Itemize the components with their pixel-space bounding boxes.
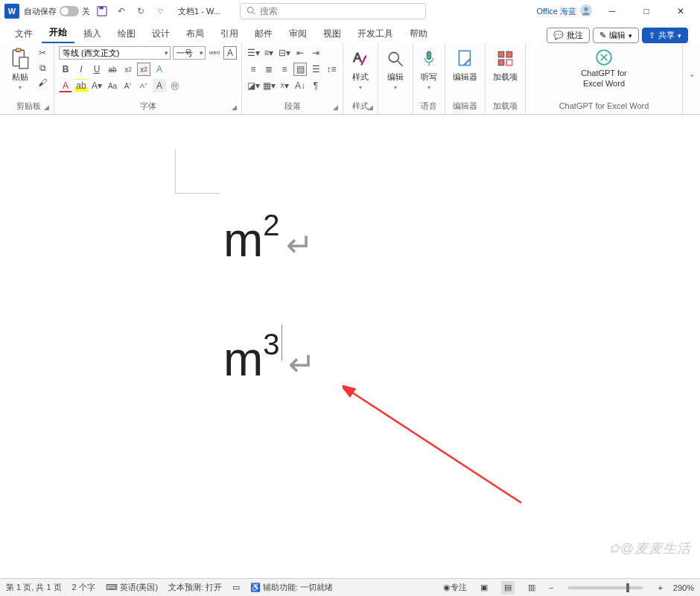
doc-line-2[interactable]: m3↵ — [223, 332, 316, 387]
focus-mode[interactable]: ◉专注 — [443, 582, 467, 593]
align-center-icon[interactable]: ≣ — [262, 63, 276, 76]
find-replace-button[interactable]: 编辑▾ — [383, 46, 408, 92]
styles-button[interactable]: A 样式▾ — [348, 46, 373, 92]
font-launcher-icon[interactable]: ◢ — [232, 102, 237, 112]
doc-line-1[interactable]: m2↵ — [223, 212, 314, 267]
comments-button[interactable]: 💬批注 — [547, 28, 590, 43]
line-spacing-icon[interactable]: ↕≡ — [325, 63, 338, 76]
text-effects-icon[interactable]: A — [153, 63, 166, 76]
numbering-icon[interactable]: ≡▾ — [262, 46, 276, 60]
align-right-icon[interactable]: ≡ — [278, 63, 291, 76]
distribute-icon[interactable]: ☰ — [309, 63, 322, 76]
styles-launcher-icon[interactable]: ◢ — [368, 102, 373, 112]
increase-indent-icon[interactable]: ⇥ — [309, 46, 322, 60]
zoom-level[interactable]: 290% — [673, 583, 694, 592]
minimize-button[interactable]: ─ — [597, 0, 627, 22]
page-count[interactable]: 第 1 页, 共 1 页 — [6, 582, 62, 593]
shading-icon[interactable]: ◪▾ — [246, 79, 260, 92]
svg-point-10 — [389, 52, 398, 62]
svg-rect-7 — [16, 48, 21, 51]
autosave-toggle[interactable]: 自动保存 关 — [24, 6, 90, 17]
undo-icon[interactable]: ↶ — [114, 4, 129, 19]
maximize-button[interactable]: □ — [631, 0, 661, 22]
justify-icon[interactable]: ▤ — [293, 63, 307, 76]
cut-icon[interactable]: ✂ — [36, 46, 49, 60]
tab-view[interactable]: 视图 — [316, 25, 349, 43]
word-count[interactable]: 2 个字 — [72, 582, 95, 593]
change-case-icon[interactable]: Aa — [106, 79, 119, 92]
editing-mode-button[interactable]: ✎编辑▾ — [593, 28, 639, 43]
tab-review[interactable]: 审阅 — [281, 25, 314, 43]
align-left-icon[interactable]: ≡ — [246, 63, 260, 76]
zoom-out-icon[interactable]: − — [549, 583, 553, 592]
borders-icon[interactable]: ▦▾ — [262, 79, 276, 92]
shrink-font-icon[interactable]: A˅ — [137, 79, 150, 92]
tab-help[interactable]: 帮助 — [402, 25, 435, 43]
tab-insert[interactable]: 插入 — [76, 25, 109, 43]
paste-button[interactable]: 粘贴 ▾ — [7, 46, 33, 92]
share-button[interactable]: ⇪共享▾ — [642, 28, 688, 43]
bullets-icon[interactable]: ☰▾ — [246, 46, 260, 60]
tab-layout[interactable]: 布局 — [179, 25, 211, 43]
enclose-char-icon[interactable]: ㊕ — [168, 79, 182, 92]
zoom-in-icon[interactable]: + — [658, 583, 662, 592]
close-button[interactable]: ✕ — [666, 0, 696, 22]
strikethrough-icon[interactable]: ab — [106, 63, 119, 76]
character-border-icon[interactable]: A — [223, 46, 237, 60]
underline-icon[interactable]: U — [90, 63, 104, 76]
watermark: ✿@麦麦生活 — [608, 539, 691, 557]
show-marks-icon[interactable]: ¶ — [309, 79, 322, 92]
editor-button[interactable]: 编辑器 — [450, 46, 480, 84]
tab-draw[interactable]: 绘图 — [110, 25, 143, 43]
redo-icon[interactable]: ↻ — [133, 4, 148, 19]
collapse-ribbon-icon[interactable]: ˅ — [682, 43, 700, 114]
font-size-select[interactable]: 一号 — [173, 46, 206, 60]
tab-design[interactable]: 设计 — [144, 25, 177, 43]
qat-more-icon[interactable]: ▽ — [153, 4, 168, 19]
clear-format-icon[interactable]: A — [153, 79, 166, 92]
tab-mailings[interactable]: 邮件 — [247, 25, 280, 43]
zoom-slider[interactable] — [568, 586, 643, 589]
superscript-icon[interactable]: x2 — [137, 63, 150, 76]
toggle-icon — [60, 6, 79, 16]
svg-line-3 — [252, 12, 255, 14]
svg-rect-12 — [427, 51, 431, 60]
print-layout-icon[interactable]: ▤ — [501, 581, 515, 595]
bold-icon[interactable]: B — [59, 63, 72, 76]
search-box[interactable]: 搜索 — [240, 3, 426, 19]
tab-developer[interactable]: 开发工具 — [350, 25, 401, 43]
web-layout-icon[interactable]: ▥ — [525, 581, 538, 595]
grow-font-icon[interactable]: A˄ — [121, 79, 135, 92]
dictate-button[interactable]: 听写▾ — [418, 46, 440, 92]
tab-home[interactable]: 开始 — [42, 23, 74, 43]
chatgpt-button[interactable]: ChatGPT for Excel Word — [578, 46, 630, 89]
italic-icon[interactable]: I — [74, 63, 88, 76]
highlight-color-icon[interactable]: ab — [74, 79, 88, 92]
svg-line-11 — [398, 61, 403, 66]
accessibility-status[interactable]: ♿ 辅助功能: 一切就绪 — [250, 582, 333, 593]
read-mode-icon[interactable]: ▣ — [477, 581, 491, 595]
format-painter-icon[interactable]: 🖌 — [36, 76, 49, 89]
save-icon[interactable] — [95, 4, 109, 19]
subscript-icon[interactable]: x2 — [121, 63, 135, 76]
document-canvas[interactable]: m2↵ m3↵ ✿@麦麦生活 — [0, 115, 700, 578]
multilevel-icon[interactable]: ⊟▾ — [278, 46, 291, 60]
clipboard-launcher-icon[interactable]: ◢ — [44, 102, 49, 112]
copy-icon[interactable]: ⧉ — [36, 61, 49, 74]
font-shade-icon[interactable]: A▾ — [90, 79, 104, 92]
addins-button[interactable]: 加载项 — [490, 46, 521, 84]
decrease-indent-icon[interactable]: ⇤ — [293, 46, 307, 60]
display-settings-icon[interactable]: ▭ — [232, 583, 240, 592]
asian-layout-icon[interactable]: ☓▾ — [278, 79, 291, 92]
paragraph-launcher-icon[interactable]: ◢ — [333, 102, 338, 112]
sort-icon[interactable]: A↓ — [293, 79, 307, 92]
account-name[interactable]: Office 海蓝 — [536, 4, 593, 19]
font-color-icon[interactable]: A — [59, 79, 72, 92]
group-styles: A 样式▾ 样式◢ — [343, 43, 378, 114]
language-status[interactable]: ⌨ 英语(美国) — [106, 582, 158, 593]
tab-file[interactable]: 文件 — [7, 25, 40, 43]
font-name-select[interactable]: 等线 (西文正文) — [59, 46, 171, 60]
text-prediction-status[interactable]: 文本预测: 打开 — [168, 582, 222, 593]
phonetic-guide-icon[interactable]: wén — [208, 46, 221, 60]
tab-references[interactable]: 引用 — [213, 25, 246, 43]
